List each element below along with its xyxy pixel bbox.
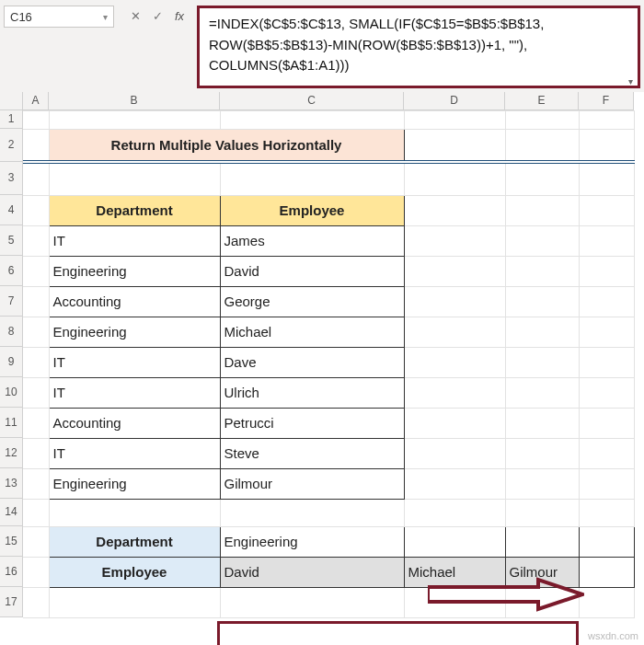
col-header-F[interactable]: F: [579, 92, 634, 110]
row-header[interactable]: 14: [0, 499, 23, 526]
table-row: ITJames: [23, 225, 634, 256]
table-row: ITSteve: [23, 438, 634, 468]
table-row: [23, 587, 634, 617]
table-row: AccountingPetrucci: [23, 408, 634, 438]
worksheet: A B C D E F 1 2 3 4 5 6 7 8 9 10 11 12 1…: [0, 92, 644, 618]
table-row: ITDave: [23, 347, 634, 377]
lookup-dept-label: Department: [49, 526, 220, 557]
enter-icon[interactable]: ✓: [147, 6, 167, 26]
table-row: EngineeringMichael: [23, 317, 634, 347]
table-row: AccountingGeorge: [23, 286, 634, 317]
table-row: Department Employee: [23, 195, 634, 225]
table-row: Return Multiple Values Horizontally: [23, 129, 634, 162]
table-row: EngineeringGilmour: [23, 468, 634, 499]
result-cell[interactable]: David: [220, 557, 404, 587]
col-header-E[interactable]: E: [505, 92, 579, 110]
formula-bar-wrap: =INDEX($C$5:$C$13, SMALL(IF($C$15=$B$5:$…: [197, 6, 640, 88]
row-header[interactable]: 6: [0, 256, 23, 286]
formula-bar-area: C16 ▾ ✕ ✓ fx =INDEX($C$5:$C$13, SMALL(IF…: [0, 0, 644, 92]
result-cell[interactable]: Michael: [404, 557, 505, 587]
lookup-dept-value[interactable]: Engineering: [220, 526, 404, 557]
row-header[interactable]: 4: [0, 195, 23, 225]
col-header-A[interactable]: A: [23, 92, 49, 110]
table-row: Department Engineering: [23, 526, 634, 557]
lookup-emp-label: Employee: [49, 557, 220, 587]
select-all-triangle[interactable]: [0, 92, 23, 110]
page-title: Return Multiple Values Horizontally: [49, 129, 404, 162]
cell-grid[interactable]: Return Multiple Values Horizontally Depa…: [23, 110, 635, 618]
cancel-icon[interactable]: ✕: [125, 6, 145, 26]
table-row: ITUlrich: [23, 377, 634, 408]
col-header-B[interactable]: B: [49, 92, 220, 110]
col-header-C[interactable]: C: [220, 92, 404, 110]
table-row: [23, 162, 634, 195]
row-header[interactable]: 15: [0, 526, 23, 557]
row-header[interactable]: 17: [0, 587, 23, 617]
formula-bar-expand-icon[interactable]: ▾: [622, 75, 638, 88]
formula-bar[interactable]: =INDEX($C$5:$C$13, SMALL(IF($C$15=$B$5:$…: [197, 6, 640, 88]
row-headers: 1 2 3 4 5 6 7 8 9 10 11 12 13 14 15 16 1…: [0, 110, 23, 618]
table-row: EngineeringDavid: [23, 256, 634, 286]
table-row: [23, 110, 634, 129]
row-header[interactable]: 10: [0, 377, 23, 408]
chevron-down-icon[interactable]: ▾: [103, 12, 108, 22]
col-header-emp: Employee: [220, 195, 404, 225]
col-header-dept: Department: [49, 195, 220, 225]
watermark: wsxdn.com: [588, 630, 638, 641]
column-headers: A B C D E F: [0, 92, 644, 110]
col-header-D[interactable]: D: [404, 92, 505, 110]
highlight-border: [217, 621, 579, 646]
row-header[interactable]: 5: [0, 225, 23, 256]
row-header[interactable]: 8: [0, 317, 23, 347]
fx-icon[interactable]: fx: [169, 6, 190, 26]
row-header[interactable]: 7: [0, 286, 23, 317]
table-row: Employee David Michael Gilmour: [23, 557, 634, 587]
result-cell[interactable]: Gilmour: [505, 557, 579, 587]
row-header[interactable]: 13: [0, 468, 23, 499]
row-header[interactable]: 12: [0, 438, 23, 468]
table-row: [23, 499, 634, 526]
row-header[interactable]: 3: [0, 162, 23, 195]
row-header[interactable]: 9: [0, 347, 23, 377]
row-header[interactable]: 11: [0, 408, 23, 438]
name-box-value: C16: [10, 10, 32, 24]
row-header[interactable]: 1: [0, 110, 23, 129]
formula-bar-buttons: ✕ ✓ fx: [125, 6, 190, 26]
row-header[interactable]: 16: [0, 557, 23, 587]
row-header[interactable]: 2: [0, 129, 23, 162]
name-box[interactable]: C16 ▾: [4, 6, 114, 28]
